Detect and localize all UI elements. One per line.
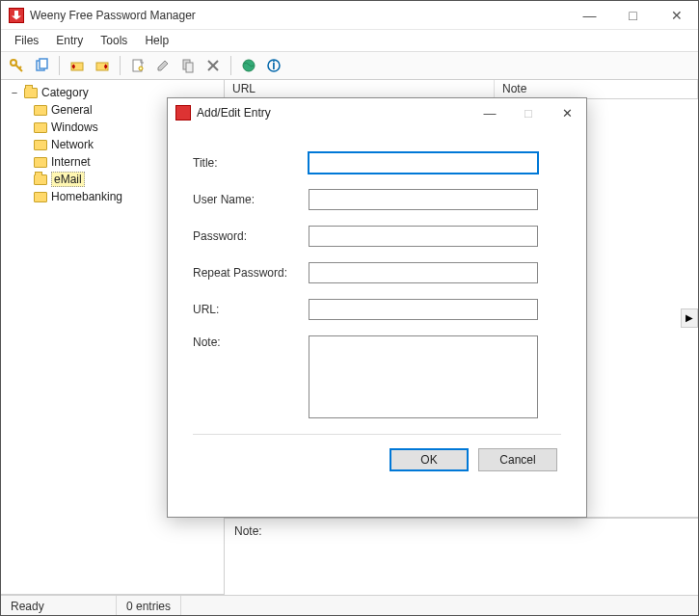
- folder-icon: [34, 140, 47, 150]
- svg-rect-10: [186, 63, 193, 72]
- dialog-maximize-button: □: [509, 98, 548, 127]
- folder-left-icon[interactable]: [66, 54, 89, 77]
- username-field[interactable]: [309, 189, 538, 210]
- repeat-password-field[interactable]: [309, 262, 538, 283]
- tree-root-label: Category: [41, 86, 89, 99]
- dialog-title: Add/Edit Entry: [197, 106, 470, 120]
- menu-files[interactable]: Files: [7, 32, 46, 49]
- delete-icon[interactable]: [202, 54, 225, 77]
- status-bar: Ready 0 entries: [1, 595, 698, 616]
- scroll-right-button[interactable]: ▶: [681, 308, 698, 328]
- globe-icon[interactable]: [237, 54, 260, 77]
- folder-right-icon[interactable]: [91, 54, 114, 77]
- status-entries: 0 entries: [117, 596, 181, 616]
- svg-rect-4: [40, 59, 47, 68]
- url-field[interactable]: [309, 299, 538, 320]
- menu-help[interactable]: Help: [137, 32, 176, 49]
- title-field[interactable]: [309, 152, 538, 174]
- folder-icon: [34, 192, 47, 202]
- menu-entry[interactable]: Entry: [48, 32, 91, 49]
- svg-text:i: i: [272, 59, 275, 72]
- folder-icon: [34, 157, 47, 168]
- menu-tools[interactable]: Tools: [93, 32, 135, 49]
- separator: [193, 434, 561, 435]
- maximize-button[interactable]: □: [611, 1, 655, 29]
- detail-note-label: Note:: [234, 524, 262, 538]
- toolbar: i: [1, 51, 698, 80]
- label-note: Note:: [193, 335, 309, 349]
- detail-pane: Note:: [225, 518, 698, 595]
- app-icon: [175, 105, 191, 121]
- column-url[interactable]: URL: [225, 80, 495, 98]
- label-repeat-password: Repeat Password:: [193, 266, 309, 280]
- password-field[interactable]: [309, 226, 538, 247]
- note-field[interactable]: [309, 335, 538, 418]
- add-edit-entry-dialog: Add/Edit Entry — □ ✕ Title: User Name: P…: [167, 97, 587, 518]
- dialog-minimize-button[interactable]: —: [470, 98, 509, 127]
- dialog-close-button[interactable]: ✕: [548, 98, 586, 127]
- copy-icon[interactable]: [30, 54, 53, 77]
- info-icon[interactable]: i: [262, 54, 285, 77]
- minimize-button[interactable]: —: [568, 1, 611, 29]
- menu-bar: Files Entry Tools Help: [1, 30, 698, 51]
- label-title: Title:: [193, 156, 309, 170]
- label-username: User Name:: [193, 193, 309, 206]
- cancel-button[interactable]: Cancel: [478, 448, 557, 471]
- entry-list-header: URL Note: [225, 80, 698, 99]
- svg-line-2: [19, 67, 21, 68]
- svg-point-8: [139, 67, 143, 70]
- label-password: Password:: [193, 229, 309, 243]
- ok-button[interactable]: OK: [390, 448, 469, 471]
- dialog-titlebar[interactable]: Add/Edit Entry — □ ✕: [168, 98, 586, 127]
- folder-icon: [34, 105, 47, 116]
- edit-icon[interactable]: [151, 54, 175, 77]
- main-titlebar: Weeny Free Password Manager — □ ✕: [1, 1, 698, 30]
- duplicate-icon[interactable]: [176, 54, 200, 77]
- window-title: Weeny Free Password Manager: [30, 9, 568, 22]
- status-ready: Ready: [1, 596, 117, 616]
- app-icon: [9, 8, 24, 23]
- folder-open-icon: [24, 88, 38, 98]
- key-icon[interactable]: [5, 54, 28, 77]
- folder-icon: [34, 122, 47, 133]
- close-button[interactable]: ✕: [655, 1, 698, 29]
- collapse-icon[interactable]: −: [9, 87, 20, 98]
- column-note[interactable]: Note: [495, 80, 698, 98]
- label-url: URL:: [193, 303, 309, 316]
- folder-open-icon: [34, 174, 47, 185]
- new-page-icon[interactable]: [126, 54, 149, 77]
